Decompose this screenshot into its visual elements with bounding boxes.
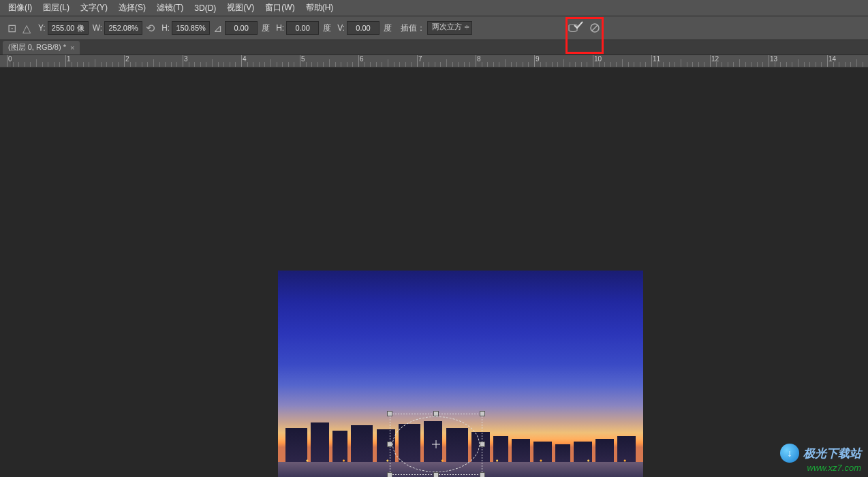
menu-select[interactable]: 选择(S) [113,2,151,14]
svg-line-1 [592,25,598,31]
link-icon[interactable]: ⟲ [144,22,156,34]
tab-bar: (图层 0, RGB/8) * × [0,40,868,55]
handle-bm[interactable] [433,472,439,477]
h-label: H: [161,23,170,33]
angle-input[interactable] [225,21,258,35]
menu-image[interactable]: 图像(I) [3,2,37,14]
handle-bl[interactable] [387,472,392,477]
menu-help[interactable]: 帮助(H) [300,2,339,14]
handle-ml[interactable] [387,442,392,447]
watermark-title: 极光下载站 [803,446,861,461]
v-unit: 度 [384,22,392,34]
canvas-area[interactable] [0,67,868,477]
angle-icon: ⊿ [211,22,223,34]
h2-unit: 度 [323,22,331,34]
handle-br[interactable] [480,472,485,477]
transform-bounding-box[interactable] [390,414,482,475]
menu-window[interactable]: 窗口(W) [260,2,300,14]
options-bar: ⊡ △ Y: W: ⟲ H: ⊿ 度 H: 度 V: 度 插值： 两次立方 [0,16,868,40]
watermark: 极光下载站 www.xz7.com [780,444,861,473]
commit-button[interactable] [570,16,587,34]
h2-label: H: [276,23,284,33]
h-input[interactable] [172,21,210,35]
v-label: V: [337,23,345,33]
menu-layer[interactable]: 图层(L) [37,2,75,14]
handle-tl[interactable] [387,411,392,416]
watermark-url: www.xz7.com [780,463,861,473]
menu-type[interactable]: 文字(Y) [75,2,113,14]
tab-title: (图层 0, RGB/8) * [8,42,66,52]
document-tab[interactable]: (图层 0, RGB/8) * × [3,41,80,55]
h-skew-input[interactable] [286,21,319,35]
menu-3d[interactable]: 3D(D) [189,3,221,13]
handle-mr[interactable] [480,442,485,447]
interp-label: 插值： [401,22,425,34]
y-label: Y: [38,23,46,33]
menu-filter[interactable]: 滤镜(T) [151,2,189,14]
w-input[interactable] [104,21,142,35]
watermark-logo-icon [780,444,799,463]
reference-point-icon[interactable]: ⊡ [5,22,18,34]
v-skew-input[interactable] [347,21,379,35]
transform-center[interactable] [432,440,440,448]
w-label: W: [93,23,102,33]
horizontal-ruler: 01234567891011121314 [0,55,868,67]
close-icon[interactable]: × [70,44,74,52]
triangle-icon: △ [20,22,33,34]
interp-select[interactable]: 两次立方 [427,21,472,35]
angle-unit: 度 [262,22,270,34]
cancel-icon[interactable] [589,22,601,34]
handle-tm[interactable] [433,411,439,416]
menu-bar: 图像(I) 图层(L) 文字(Y) 选择(S) 滤镜(T) 3D(D) 视图(V… [0,0,868,16]
menu-view[interactable]: 视图(V) [221,2,260,14]
y-input[interactable] [48,21,89,35]
handle-tr[interactable] [480,411,485,416]
